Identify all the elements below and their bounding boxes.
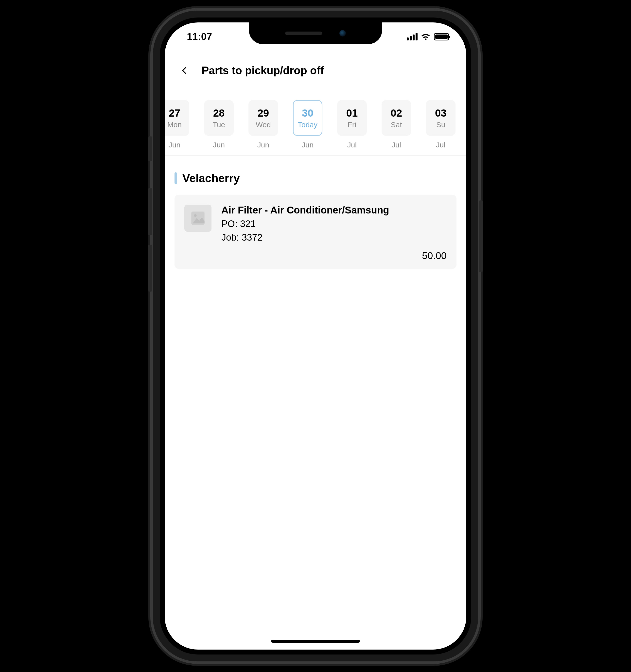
section-title: Velacherry [183,172,240,185]
side-button [148,136,152,161]
date-dayofweek: Wed [256,121,271,129]
date-item[interactable]: 28 Tue Jun [204,100,234,149]
date-number: 30 [302,107,314,119]
side-button [148,245,152,292]
date-number: 28 [213,107,225,119]
date-dayofweek: Sat [391,121,402,129]
date-month: Jul [392,141,401,149]
home-indicator[interactable] [271,640,360,643]
battery-icon [434,33,449,41]
date-dayofweek: Su [436,121,445,129]
date-item-selected[interactable]: 30 Today Jun [293,100,322,149]
cellular-signal-icon [407,33,417,41]
date-scroller[interactable]: 27 Mon Jun 28 Tue Jun 29 Wed [165,90,466,155]
part-job: Job: 3372 [221,232,446,243]
date-item[interactable]: 01 Fri Jul [337,100,367,149]
date-month: Jul [436,141,445,149]
date-number: 02 [391,107,402,119]
section-accent-bar [174,172,177,184]
svg-point-1 [194,214,197,217]
part-title: Air Filter - Air Conditioner/Samsung [221,205,446,216]
image-placeholder-icon [190,210,206,226]
date-item[interactable]: 02 Sat Jul [382,100,411,149]
date-item[interactable]: 29 Wed Jun [248,100,278,149]
content-area: Velacherry Air Filter - Air Conditio [165,161,466,280]
date-month: Jul [347,141,357,149]
date-item[interactable]: 27 Mon Jun [165,100,189,149]
part-amount: 50.00 [422,250,446,261]
date-dayofweek: Fri [348,121,357,129]
phone-mockup: 11:07 Parts to pic [153,10,478,662]
part-po: PO: 321 [221,219,446,229]
date-month: Jun [257,141,269,149]
section-header: Velacherry [174,172,457,185]
notch [249,22,382,44]
date-number: 29 [258,107,269,119]
date-number: 27 [169,107,180,119]
side-button [479,200,483,272]
date-item[interactable]: 03 Su Jul [426,100,456,149]
chevron-left-icon [180,66,189,75]
side-button [148,188,152,235]
date-dayofweek: Tue [213,121,225,129]
date-month: Jun [169,141,180,149]
app-header: Parts to pickup/drop off [165,51,466,90]
date-dayofweek: Mon [167,121,181,129]
speaker [285,31,322,35]
page-title: Parts to pickup/drop off [202,64,324,77]
status-time: 11:07 [187,31,212,42]
date-number: 01 [346,107,358,119]
date-number: 03 [435,107,446,119]
wifi-icon [421,33,430,40]
part-card[interactable]: Air Filter - Air Conditioner/Samsung PO:… [174,195,457,269]
date-month: Jun [213,141,225,149]
part-thumbnail [185,205,212,232]
front-camera [339,30,346,37]
back-button[interactable] [177,63,192,78]
date-dayofweek: Today [298,121,317,129]
screen: 11:07 Parts to pic [165,22,466,650]
date-month: Jun [302,141,314,149]
